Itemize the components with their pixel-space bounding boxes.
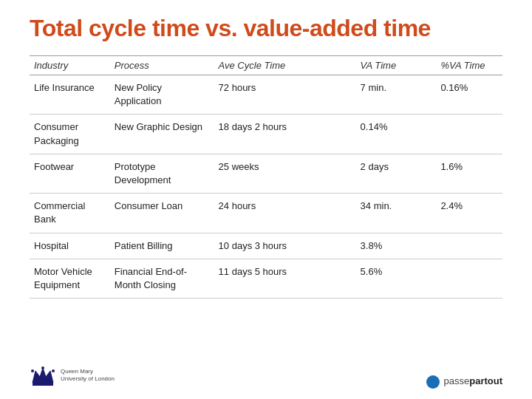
header-industry: Industry xyxy=(30,56,110,75)
header-va-time: VA Time xyxy=(356,56,437,75)
cell-cycle-time: 10 days 3 hours xyxy=(214,233,356,259)
header-process: Process xyxy=(110,56,214,75)
passepartout-logo: passepartout xyxy=(426,375,502,389)
table-row: Motor Vehicle EquipmentFinancial End-of-… xyxy=(30,259,502,298)
page-title: Total cycle time vs. value-added time xyxy=(30,15,502,42)
table-row: Commercial BankConsumer Loan24 hours34 m… xyxy=(30,194,502,233)
cell-process: Patient Billing xyxy=(110,233,214,259)
header-pct-va: %VA Time xyxy=(436,56,502,75)
table-row: Consumer PackagingNew Graphic Design18 d… xyxy=(30,115,502,154)
table-row: FootwearPrototype Development25 weeks2 d… xyxy=(30,154,502,193)
table-row: Life InsuranceNew Policy Application72 h… xyxy=(30,75,502,115)
cell-va-time: 3.8% xyxy=(356,233,437,259)
svg-point-2 xyxy=(31,369,34,372)
cell-process: Consumer Loan xyxy=(110,194,214,233)
cell-pct-va: 0.16% xyxy=(436,75,502,115)
cell-industry: Hospital xyxy=(30,233,110,259)
cell-cycle-time: 72 hours xyxy=(214,75,356,115)
pp-label: passepartout xyxy=(444,375,502,386)
cell-va-time: 7 min. xyxy=(356,75,437,115)
cell-cycle-time: 11 days 5 hours xyxy=(214,259,356,298)
cell-industry: Commercial Bank xyxy=(30,194,110,233)
qm-subtitle: University of London xyxy=(61,375,115,383)
qm-logo: Queen Mary University of London xyxy=(30,362,115,389)
cell-process: New Policy Application xyxy=(110,75,214,115)
cell-pct-va xyxy=(436,259,502,298)
cell-industry: Motor Vehicle Equipment xyxy=(30,259,110,298)
svg-point-3 xyxy=(41,366,44,369)
cell-process: New Graphic Design xyxy=(110,115,214,154)
pp-circle-icon xyxy=(426,375,440,389)
cell-va-time: 34 min. xyxy=(356,194,437,233)
cell-process: Financial End-of-Month Closing xyxy=(110,259,214,298)
qm-crown-icon xyxy=(30,362,56,389)
cell-va-time: 0.14% xyxy=(356,115,437,154)
cell-pct-va xyxy=(436,115,502,154)
data-table: Industry Process Ave Cycle Time VA Time … xyxy=(30,55,502,299)
cell-pct-va: 1.6% xyxy=(436,154,502,193)
svg-marker-0 xyxy=(33,368,53,383)
page: Total cycle time vs. value-added time In… xyxy=(0,0,532,399)
qm-name: Queen Mary xyxy=(61,368,115,375)
cell-va-time: 2 days xyxy=(356,154,437,193)
cell-process: Prototype Development xyxy=(110,154,214,193)
cell-pct-va: 2.4% xyxy=(436,194,502,233)
table-header-row: Industry Process Ave Cycle Time VA Time … xyxy=(30,56,502,75)
svg-point-4 xyxy=(52,369,55,372)
cell-cycle-time: 25 weeks xyxy=(214,154,356,193)
cell-pct-va xyxy=(436,233,502,259)
cell-va-time: 5.6% xyxy=(356,259,437,298)
cell-cycle-time: 18 days 2 hours xyxy=(214,115,356,154)
qm-text: Queen Mary University of London xyxy=(61,368,115,383)
table-row: HospitalPatient Billing10 days 3 hours3.… xyxy=(30,233,502,259)
cell-industry: Footwear xyxy=(30,154,110,193)
cell-industry: Life Insurance xyxy=(30,75,110,115)
footer: Queen Mary University of London xyxy=(30,362,115,389)
svg-rect-1 xyxy=(33,383,53,386)
cell-cycle-time: 24 hours xyxy=(214,194,356,233)
header-cycle-time: Ave Cycle Time xyxy=(214,56,356,75)
cell-industry: Consumer Packaging xyxy=(30,115,110,154)
